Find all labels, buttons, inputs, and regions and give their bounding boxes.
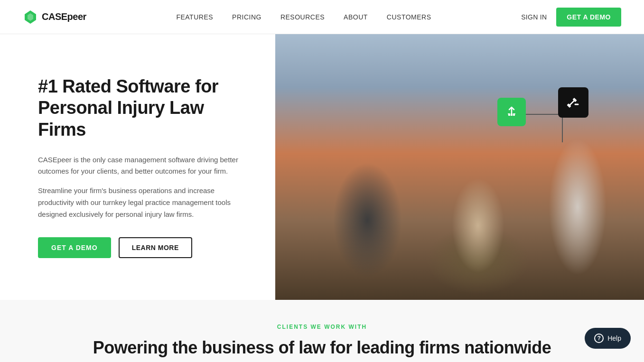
gavel-icon-widget: [558, 87, 588, 118]
nav-pricing[interactable]: PRICING: [232, 13, 261, 21]
hero-section: #1 Rated Software for Personal Injury La…: [0, 34, 644, 300]
hero-body-1: CASEpeer is the only case management sof…: [38, 154, 247, 178]
logo-icon: [23, 9, 38, 25]
navbar: CASEpeer FEATURES PRICING RESOURCES ABOU…: [0, 0, 644, 34]
nav-features[interactable]: FEATURES: [176, 13, 213, 21]
nav-demo-button[interactable]: GET A DEMO: [556, 8, 621, 27]
svg-rect-5: [513, 113, 515, 116]
hero-demo-button[interactable]: GET A DEMO: [38, 237, 111, 258]
hero-cta-group: GET A DEMO LEARN MORE: [38, 237, 247, 258]
connector-vertical: [562, 114, 563, 142]
hero-image-area: [275, 34, 644, 300]
hero-learn-button[interactable]: LEARN MORE: [119, 237, 192, 258]
hero-photo: [275, 34, 644, 300]
logo-text: CASEpeer: [42, 11, 86, 22]
help-circle-icon: ?: [594, 334, 604, 343]
analytics-icon-widget: [497, 98, 526, 126]
nav-customers[interactable]: CUSTOMERS: [387, 13, 431, 21]
help-button[interactable]: ? Help: [585, 328, 631, 349]
svg-rect-3: [508, 114, 510, 116]
nav-links: FEATURES PRICING RESOURCES ABOUT CUSTOME…: [176, 13, 431, 21]
nav-actions: SIGN IN GET A DEMO: [521, 8, 621, 27]
logo[interactable]: CASEpeer: [23, 9, 86, 25]
nav-resources[interactable]: RESOURCES: [280, 13, 325, 21]
clients-label: CLIENTS WE WORK WITH: [23, 324, 621, 330]
hero-body-2: Streamline your firm's business operatio…: [38, 185, 247, 220]
nav-about[interactable]: ABOUT: [344, 13, 368, 21]
clients-headline: Powering the business of law for leading…: [23, 338, 621, 358]
svg-rect-4: [511, 114, 513, 116]
upload-arrow-icon: [505, 104, 518, 120]
help-label: Help: [607, 334, 621, 342]
gavel-icon: [566, 94, 581, 111]
signin-button[interactable]: SIGN IN: [521, 13, 547, 21]
hero-headline: #1 Rated Software for Personal Injury La…: [38, 76, 247, 141]
clients-section: CLIENTS WE WORK WITH Powering the busine…: [0, 300, 644, 362]
hero-content: #1 Rated Software for Personal Injury La…: [0, 34, 275, 300]
